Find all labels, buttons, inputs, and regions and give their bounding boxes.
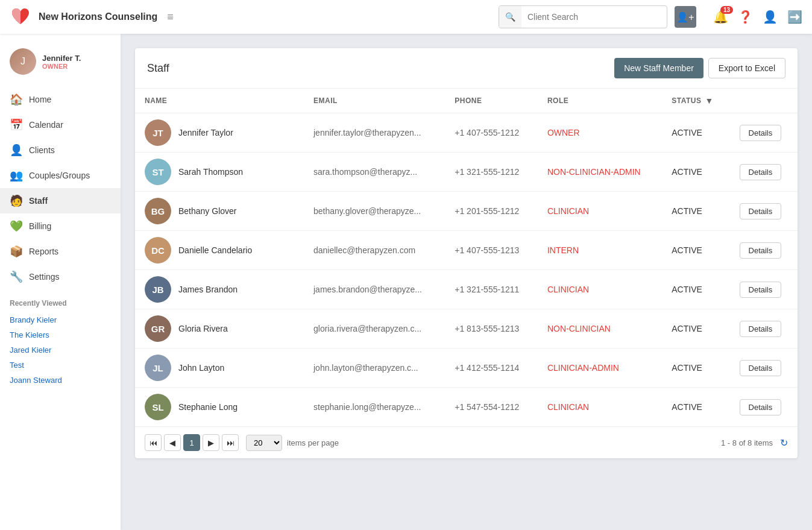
details-button-4[interactable]: Details <box>740 282 782 298</box>
staff-name-cell: JB James Brandon <box>135 270 304 309</box>
profile-icon[interactable]: 👤 <box>763 10 778 24</box>
sidebar-label-settings: Settings <box>29 272 60 282</box>
staff-email-5: gloria.rivera@therapyzen.c... <box>304 309 445 349</box>
page-1-button[interactable]: 1 <box>183 434 200 451</box>
main-content: Staff New Staff Member Export to Excel N… <box>121 34 812 530</box>
staff-icon: 🧑 <box>10 194 23 207</box>
staff-name-cell: JL John Layton <box>135 349 304 388</box>
table-row: DC Danielle Candelario daniellec@therapy… <box>135 231 798 270</box>
table-row: JT Jennifer Taylor jennifer.taylor@thera… <box>135 113 798 153</box>
search-bar: 🔍 <box>499 5 667 28</box>
staff-status-7: ACTIVE <box>662 388 729 427</box>
last-page-button[interactable]: ⏭ <box>222 434 239 451</box>
sidebar-item-calendar[interactable]: 📅 Calendar <box>0 112 121 137</box>
staff-phone-0: +1 407-555-1212 <box>445 113 538 153</box>
logout-icon[interactable]: ➡️ <box>787 10 802 24</box>
items-per-page-select[interactable]: 20 50 100 <box>246 435 282 451</box>
home-icon: 🏠 <box>10 93 23 106</box>
staff-avatar-1: ST <box>145 159 171 185</box>
staff-status-1: ACTIVE <box>662 153 729 192</box>
topnav-right: 🔔 13 ❓ 👤 ➡️ <box>713 10 802 24</box>
sidebar-item-clients[interactable]: 👤 Clients <box>0 137 121 163</box>
staff-phone-1: +1 321-555-1212 <box>445 153 538 192</box>
items-per-page-label: items per page <box>287 438 339 447</box>
sidebar-label-home: Home <box>29 95 51 104</box>
staff-name-cell: SL Stephanie Long <box>135 388 304 427</box>
add-client-button[interactable]: 👤+ <box>675 6 696 28</box>
search-button[interactable]: 🔍 <box>499 6 521 28</box>
app-title: New Horizons Counseling <box>39 11 157 22</box>
clients-icon: 👤 <box>10 144 23 157</box>
staff-name-0: Jennifer Taylor <box>178 128 233 137</box>
staff-name-5: Gloria Rivera <box>178 324 228 333</box>
filter-icon[interactable]: ▼ <box>705 96 714 106</box>
staff-name-2: Bethany Glover <box>178 206 237 216</box>
staff-email-2: bethany.glover@therapyze... <box>304 192 445 231</box>
settings-icon: 🔧 <box>10 270 23 283</box>
sidebar-label-couples: Couples/Groups <box>29 171 90 180</box>
staff-email-6: john.layton@therapyzen.c... <box>304 349 445 388</box>
staff-actions-6: Details <box>730 349 798 388</box>
sidebar-item-settings[interactable]: 🔧 Settings <box>0 264 121 289</box>
table-header: NAME EMAIL PHONE ROLE <box>135 89 798 113</box>
staff-name-4: James Brandon <box>178 285 238 294</box>
details-button-3[interactable]: Details <box>740 242 782 259</box>
help-icon[interactable]: ❓ <box>738 10 753 24</box>
staff-name-cell: DC Danielle Candelario <box>135 231 304 270</box>
staff-status-3: ACTIVE <box>662 231 729 270</box>
staff-name-cell: BG Bethany Glover <box>135 192 304 231</box>
pagination-info: 1 - 8 of 8 items <box>721 438 773 447</box>
staff-status-6: ACTIVE <box>662 349 729 388</box>
search-input[interactable] <box>521 6 642 28</box>
staff-actions-1: Details <box>730 153 798 192</box>
staff-panel: Staff New Staff Member Export to Excel N… <box>135 48 798 458</box>
export-excel-button[interactable]: Export to Excel <box>708 58 785 78</box>
staff-role-2: CLINICIAN <box>538 192 662 231</box>
staff-email-1: sara.thompson@therapyz... <box>304 153 445 192</box>
details-button-2[interactable]: Details <box>740 203 782 219</box>
sidebar-item-staff[interactable]: 🧑 Staff <box>0 188 121 213</box>
avatar-image: J <box>10 48 36 75</box>
col-phone: PHONE <box>445 89 538 113</box>
sidebar-label-calendar: Calendar <box>29 120 63 130</box>
recent-item-2[interactable]: Jared Kieler <box>0 342 121 358</box>
recent-item-4[interactable]: Joann Steward <box>0 373 121 388</box>
refresh-button[interactable]: ↻ <box>780 437 788 449</box>
details-button-7[interactable]: Details <box>740 399 782 415</box>
sidebar-item-reports[interactable]: 📦 Reports <box>0 239 121 264</box>
reports-icon: 📦 <box>10 245 23 258</box>
sidebar-item-home[interactable]: 🏠 Home <box>0 87 121 112</box>
user-role: OWNER <box>42 63 81 70</box>
col-actions <box>730 89 798 113</box>
sidebar-item-couples-groups[interactable]: 👥 Couples/Groups <box>0 163 121 188</box>
table-row: SL Stephanie Long stephanie.long@therapy… <box>135 388 798 427</box>
notifications-button[interactable]: 🔔 13 <box>713 10 728 24</box>
recent-item-3[interactable]: Test <box>0 358 121 373</box>
recent-item-1[interactable]: The Kielers <box>0 327 121 342</box>
staff-email-0: jennifer.taylor@therapyzen... <box>304 113 445 153</box>
first-page-button[interactable]: ⏮ <box>145 434 162 451</box>
details-button-6[interactable]: Details <box>740 360 782 376</box>
staff-actions-3: Details <box>730 231 798 270</box>
table-row: BG Bethany Glover bethany.glover@therapy… <box>135 192 798 231</box>
staff-email-7: stephanie.long@therapyze... <box>304 388 445 427</box>
next-page-button[interactable]: ▶ <box>203 434 219 451</box>
details-button-1[interactable]: Details <box>740 164 782 180</box>
col-email: EMAIL <box>304 89 445 113</box>
staff-name-cell: GR Gloria Rivera <box>135 309 304 349</box>
notification-badge: 13 <box>720 6 733 14</box>
prev-page-button[interactable]: ◀ <box>164 434 181 451</box>
hamburger-menu[interactable]: ≡ <box>167 11 174 24</box>
new-staff-member-button[interactable]: New Staff Member <box>614 58 703 78</box>
staff-avatar-6: JL <box>145 355 171 381</box>
sidebar-item-billing[interactable]: 💚 Billing <box>0 213 121 239</box>
table-row: ST Sarah Thompson sara.thompson@therapyz… <box>135 153 798 192</box>
table-row: GR Gloria Rivera gloria.rivera@therapyze… <box>135 309 798 349</box>
sidebar: J Jennifer T. OWNER 🏠 Home 📅 Calendar 👤 … <box>0 34 121 530</box>
staff-name-cell: ST Sarah Thompson <box>135 153 304 192</box>
details-button-0[interactable]: Details <box>740 125 782 141</box>
recent-item-0[interactable]: Brandy Kieler <box>0 312 121 327</box>
staff-panel-header: Staff New Staff Member Export to Excel <box>135 48 798 89</box>
staff-actions-2: Details <box>730 192 798 231</box>
details-button-5[interactable]: Details <box>740 321 782 337</box>
